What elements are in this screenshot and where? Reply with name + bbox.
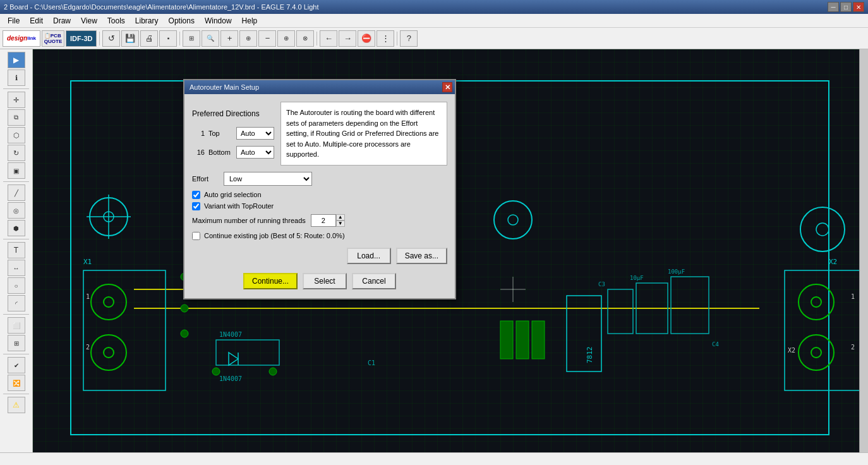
menu-window[interactable]: Window xyxy=(200,15,237,27)
svg-marker-20 xyxy=(229,353,238,365)
sidebar-warning[interactable]: ⚠ xyxy=(8,397,25,413)
svg-rect-38 xyxy=(532,321,545,359)
tb-zoom-area[interactable]: ⊗ xyxy=(296,30,314,47)
save-button[interactable]: Save as... xyxy=(396,248,447,264)
sidebar-group[interactable]: ▣ xyxy=(8,162,25,179)
auto-grid-checkbox[interactable] xyxy=(192,191,200,199)
threads-row: Maximum number of running threads ▲ ▼ xyxy=(192,214,447,227)
layer-1-num: 1 xyxy=(192,130,205,137)
tb-stop[interactable]: ⛔ xyxy=(358,30,375,47)
svg-text:10μF: 10μF xyxy=(630,275,644,281)
layer-16-select[interactable]: Auto Horizontal Vertical +45 -45 *45 Off xyxy=(236,146,274,159)
dialog-close-button[interactable]: ✕ xyxy=(442,82,452,92)
svg-text:1N4007: 1N4007 xyxy=(219,375,242,382)
svg-point-13 xyxy=(811,297,821,307)
tb-script[interactable]: ▪ xyxy=(159,30,177,47)
menu-view[interactable]: View xyxy=(76,15,102,27)
svg-text:C1: C1 xyxy=(368,359,375,366)
status-bar xyxy=(0,452,868,465)
tb-undo[interactable]: ↺ xyxy=(102,30,120,47)
sidebar-mirror[interactable]: ⬡ xyxy=(8,127,25,143)
cancel-button[interactable]: Cancel xyxy=(352,273,396,289)
tb-more[interactable]: ⋮ xyxy=(377,30,394,47)
svg-rect-28 xyxy=(671,277,709,334)
threads-spin-down[interactable]: ▼ xyxy=(336,220,345,227)
tb-save[interactable]: 💾 xyxy=(121,30,139,47)
tb-print[interactable]: 🖨 xyxy=(140,30,158,47)
menu-draw[interactable]: Draw xyxy=(48,15,76,27)
menu-help[interactable]: Help xyxy=(237,15,263,27)
load-button[interactable]: Load... xyxy=(347,248,391,264)
sidebar-dimension[interactable]: ↔ xyxy=(8,260,25,276)
menu-tools[interactable]: Tools xyxy=(102,15,130,27)
menu-options[interactable]: Options xyxy=(164,15,200,27)
svg-rect-5 xyxy=(83,270,166,390)
idf-3d-button[interactable]: IDF-3D xyxy=(66,30,97,47)
tb-zoom-fit[interactable]: ⊕ xyxy=(239,30,257,47)
effort-label: Effort xyxy=(192,175,219,183)
dialog-title: Autorouter Main Setup xyxy=(190,83,259,91)
svg-text:7812: 7812 xyxy=(586,347,594,364)
continue-job-label: Continue existing job (Best of 5: Route:… xyxy=(204,232,345,239)
sidebar-layers[interactable]: ⬜ xyxy=(8,317,25,334)
layer-1-select[interactable]: Auto Horizontal Vertical +45 -45 *45 Off xyxy=(236,127,274,140)
window-controls: ─ □ ✕ xyxy=(828,2,864,12)
sidebar-arc[interactable]: ◜ xyxy=(8,295,25,311)
dialog-content: Preferred Directions 1 Top Auto Horizont… xyxy=(192,102,447,166)
window-close-button[interactable]: ✕ xyxy=(853,2,864,12)
sidebar-circle[interactable]: ○ xyxy=(8,277,25,294)
tb-zoom-in[interactable]: + xyxy=(220,30,238,47)
sidebar-rotate[interactable]: ↻ xyxy=(8,145,25,161)
menu-file[interactable]: File xyxy=(3,15,25,27)
continue-job-checkbox[interactable] xyxy=(192,232,200,240)
tb-zoom-out[interactable]: − xyxy=(258,30,276,47)
tb-back[interactable]: ← xyxy=(320,30,337,47)
sidebar-grid[interactable]: ⊞ xyxy=(8,335,25,351)
threads-spin-up[interactable]: ▲ xyxy=(336,214,345,220)
svg-point-47 xyxy=(800,207,845,251)
menu-library[interactable]: Library xyxy=(130,15,164,27)
tb-forward[interactable]: → xyxy=(339,30,356,47)
minimize-button[interactable]: ─ xyxy=(828,2,839,12)
svg-point-45 xyxy=(494,201,532,239)
svg-text:C3: C3 xyxy=(598,281,605,287)
effort-row: Effort Low Medium High xyxy=(192,172,447,186)
svg-rect-37 xyxy=(516,321,529,359)
svg-point-48 xyxy=(816,223,829,236)
auto-grid-row: Auto grid selection xyxy=(192,191,447,199)
sidebar-via[interactable]: ◎ xyxy=(8,202,25,219)
layer-16-name: Bottom xyxy=(208,148,232,156)
variant-toprouter-checkbox[interactable] xyxy=(192,202,200,210)
svg-text:X2: X2 xyxy=(788,347,795,354)
threads-input[interactable] xyxy=(311,214,336,227)
threads-label: Maximum number of running threads xyxy=(192,217,306,224)
sidebar-text[interactable]: T xyxy=(8,242,25,258)
menu-edit[interactable]: Edit xyxy=(25,15,48,27)
tb-drc[interactable]: 🔍 xyxy=(202,30,219,47)
sidebar-drc-side[interactable]: ✔ xyxy=(8,357,25,373)
pcb-quote-button[interactable]: 📋PCBQUOTE xyxy=(42,30,64,47)
layer-16-num: 16 xyxy=(192,148,205,156)
sidebar-autorouter[interactable]: 🔀 xyxy=(8,375,25,391)
sidebar-polygon[interactable]: ⬢ xyxy=(8,220,25,236)
design-link-button[interactable]: designlink xyxy=(3,30,40,47)
maximize-button[interactable]: □ xyxy=(840,2,852,12)
svg-point-46 xyxy=(508,215,518,225)
vertical-scrollbar[interactable] xyxy=(859,49,868,452)
svg-rect-17 xyxy=(216,340,279,365)
sidebar-info[interactable]: ℹ xyxy=(8,69,25,86)
svg-point-7 xyxy=(104,297,114,307)
sidebar-select[interactable]: ▶ xyxy=(8,52,25,68)
autorouter-dialog: Autorouter Main Setup ✕ Preferred Direct… xyxy=(183,79,456,299)
continue-button[interactable]: Continue... xyxy=(243,273,298,289)
tb-zoom-selection[interactable]: ⊕ xyxy=(277,30,295,47)
sidebar-wire[interactable]: ╱ xyxy=(8,184,25,201)
svg-point-6 xyxy=(91,284,126,320)
sidebar-move[interactable]: ✛ xyxy=(8,92,25,108)
select-button[interactable]: Select xyxy=(303,273,347,289)
tb-help[interactable]: ? xyxy=(400,30,418,47)
effort-select[interactable]: Low Medium High xyxy=(224,172,312,186)
sidebar-copy[interactable]: ⧉ xyxy=(8,109,25,126)
tb-ratsnest[interactable]: ⊞ xyxy=(183,30,200,47)
auto-grid-label: Auto grid selection xyxy=(204,191,262,198)
